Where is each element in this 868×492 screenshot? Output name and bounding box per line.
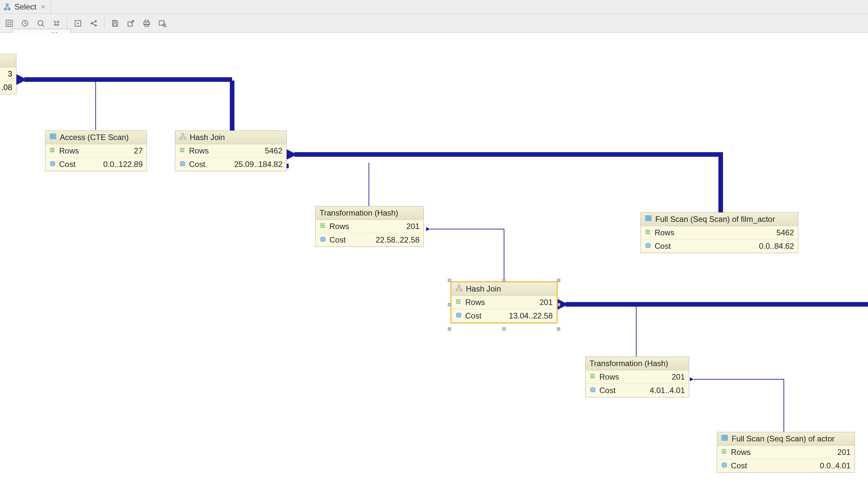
plan-node-transform-2[interactable]: Transformation (Hash) Rows 201 Cost 4.01… <box>585 356 689 397</box>
cost-label: Cost <box>731 461 747 470</box>
edges-layer <box>0 33 868 492</box>
cost-icon <box>589 386 596 395</box>
node-title-text: Hash Join <box>466 284 501 294</box>
svg-rect-31 <box>320 223 325 224</box>
cost-value: 0.0..4.01 <box>750 461 850 470</box>
cost-icon <box>319 235 326 245</box>
svg-rect-3 <box>6 20 13 27</box>
selection-handle[interactable] <box>557 303 560 306</box>
cost-icon <box>179 160 186 169</box>
plan-node-fullscan-filmactor[interactable]: Full Scan (Seq Scan) of film_actor Rows … <box>641 212 798 253</box>
tab-bar: Select × <box>0 0 868 14</box>
plan-canvas[interactable]: 3 .08 Access (CTE Scan) Rows 27 Cost 0.0… <box>0 33 868 492</box>
cost-icon <box>49 160 56 169</box>
export-button[interactable] <box>124 16 138 30</box>
svg-rect-19 <box>50 134 56 139</box>
close-icon[interactable]: × <box>40 3 47 11</box>
rows-value: 5462 <box>678 228 794 237</box>
fit-window-button[interactable] <box>71 16 85 30</box>
svg-rect-27 <box>180 148 185 149</box>
svg-rect-53 <box>722 451 726 452</box>
svg-rect-20 <box>50 148 54 149</box>
selection-handle[interactable] <box>502 279 506 282</box>
selection-handle[interactable] <box>502 327 506 330</box>
svg-rect-43 <box>456 299 461 300</box>
save-button[interactable] <box>108 16 122 30</box>
svg-rect-35 <box>645 216 651 221</box>
selection-handle[interactable] <box>557 279 560 282</box>
svg-rect-1 <box>4 8 6 10</box>
plan-node-hashjoin-1[interactable]: Hash Join Rows 5462 Cost 25.09..184.82 <box>175 130 287 171</box>
hashjoin-icon <box>455 284 463 294</box>
svg-rect-52 <box>722 449 726 450</box>
plan-node-access-cte[interactable]: Access (CTE Scan) Rows 27 Cost 0.0..122.… <box>45 130 147 171</box>
svg-rect-26 <box>184 138 186 139</box>
rows-icon <box>645 228 651 237</box>
table-scan-icon <box>721 434 728 443</box>
selection-handle[interactable] <box>448 279 451 282</box>
plan-node-hashjoin-2[interactable]: Hash Join Rows 201 Cost 13.04..22.58 <box>451 281 558 323</box>
plan-node-fullscan-actor[interactable]: Full Scan (Seq Scan) of actor Rows 201 C… <box>717 432 855 473</box>
svg-rect-11 <box>114 20 116 22</box>
svg-point-5 <box>38 20 43 25</box>
rows-label: Rows <box>465 298 485 307</box>
cost-value: 0.0..122.89 <box>78 160 143 169</box>
cost-label: Cost <box>330 235 345 245</box>
rows-icon <box>589 372 596 382</box>
cost-value: 4.01..4.01 <box>619 386 685 395</box>
svg-rect-47 <box>590 374 595 375</box>
toolbar-separator <box>67 18 67 29</box>
svg-point-7 <box>77 22 78 24</box>
cost-label: Cost <box>189 160 205 169</box>
plan-node-transform-1[interactable]: Transformation (Hash) Rows 201 Cost 22.5… <box>315 206 424 247</box>
zoom-button[interactable] <box>33 16 48 30</box>
hashjoin-icon <box>179 133 187 142</box>
refresh-button[interactable] <box>18 16 32 30</box>
svg-rect-42 <box>460 289 462 291</box>
svg-rect-54 <box>722 452 726 453</box>
rows-icon <box>455 298 462 307</box>
svg-rect-0 <box>6 4 8 5</box>
rows-label: Rows <box>189 146 209 155</box>
select-grid-button[interactable] <box>2 16 17 30</box>
rows-value: 201 <box>754 448 850 457</box>
selection-handle[interactable] <box>448 303 451 306</box>
share-button[interactable] <box>87 16 101 30</box>
svg-rect-33 <box>320 227 325 228</box>
rows-icon <box>179 146 186 155</box>
svg-rect-17 <box>159 21 164 25</box>
svg-rect-48 <box>590 376 595 377</box>
table-scan-icon <box>49 133 56 142</box>
cost-label: Cost <box>465 311 481 320</box>
cost-label: Cost <box>599 386 616 395</box>
cost-value: 0.0..84.62 <box>674 242 794 251</box>
cost-icon <box>721 461 728 470</box>
toolbar-separator <box>104 18 104 29</box>
toolbar <box>0 14 868 33</box>
svg-rect-44 <box>456 301 461 302</box>
svg-rect-38 <box>645 233 650 234</box>
node-title-text: Transformation (Hash) <box>589 359 668 368</box>
rows-value: 201 <box>622 372 685 382</box>
crosshair-button[interactable] <box>49 16 64 30</box>
node-title-text: Hash Join <box>190 133 225 142</box>
rows-value: 27 <box>82 146 143 155</box>
print-button[interactable] <box>139 16 154 30</box>
selection-handle[interactable] <box>557 327 560 330</box>
table-scan-icon <box>645 215 652 224</box>
plan-node-root-partial[interactable]: 3 .08 <box>0 54 17 94</box>
svg-rect-22 <box>50 151 54 152</box>
rows-label: Rows <box>731 448 751 457</box>
svg-rect-25 <box>180 138 182 139</box>
cost-value: 22.58..22.58 <box>349 235 419 245</box>
rows-icon <box>49 146 56 155</box>
node-cost-value: .08 <box>1 83 12 92</box>
node-title-text: Transformation (Hash) <box>319 208 398 218</box>
inspect-button[interactable] <box>155 16 170 30</box>
svg-rect-12 <box>114 24 117 26</box>
tab-select[interactable]: Select × <box>0 0 51 14</box>
rows-icon <box>319 222 326 231</box>
node-title-text: Full Scan (Seq Scan) of actor <box>731 434 835 443</box>
selection-handle[interactable] <box>448 327 451 330</box>
svg-rect-49 <box>590 377 595 378</box>
